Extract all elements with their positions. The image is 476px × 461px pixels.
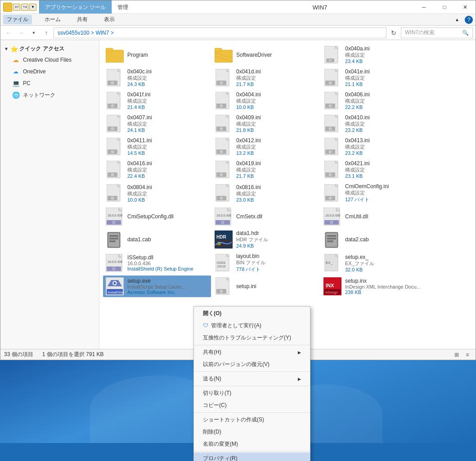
file-item-program[interactable]: Program [103,44,211,66]
file-size: 21.8 KB [236,127,317,133]
file-item-setup-exe[interactable]: InstallShield setup.exe InstallScript Se… [103,276,211,297]
up-button[interactable]: ↑ [41,27,52,38]
sidebar-item-network[interactable]: 🌐 ネットワーク [0,89,99,101]
file-item-0x0416-ini[interactable]: 0x0416.ini 構成設定 22.4 KB [103,158,211,181]
ctx-send-to[interactable]: 送る(N) [194,373,310,385]
file-item-data2-cab[interactable]: data2.cab [321,228,429,250]
sidebar-item-onedrive[interactable]: ☁ OneDrive [0,66,99,77]
file-size: 23.0 KB [236,197,317,203]
file-item-040a[interactable]: 0x040a.ini 構成設定 23.4 KB [321,44,429,66]
file-item-setup-ini[interactable]: setup.ini [212,276,320,297]
svg-point-130 [112,174,113,175]
file-item-layout-bin[interactable]: 01001 10110 layout.bin BIN ファイル 778 バイト [212,251,320,275]
path-segment-1[interactable]: ssv0455v100 > WIN7 > [58,30,114,36]
ctx-sep-5 [194,451,310,452]
ctx-create-shortcut[interactable]: ショートカットの作成(S) [194,414,310,426]
file-item-0x041e-ini[interactable]: 0x041e.ini 構成設定 21.1 KB [321,67,429,89]
ctx-properties[interactable]: プロパティ(R) [194,452,310,461]
file-name: 0x0421.ini [345,160,426,167]
ctx-cut[interactable]: 切り取り(T) [194,387,310,399]
sidebar-item-label-onedrive: OneDrive [23,68,46,75]
file-name: 0x0409.ini [236,114,317,121]
file-info: CmUtil.dll [345,213,426,220]
file-info: 0x0411.ini 構成設定 14.5 KB [127,137,208,156]
grid-view-btn[interactable]: ⊞ [452,350,461,359]
quick-access-header[interactable]: ▼ ⭐ クイック アクセス [0,44,99,54]
ctx-share[interactable]: 共有(H) [194,346,310,358]
svg-rect-200 [109,235,118,237]
file-icon [106,138,124,156]
file-meta: 構成設定 [127,190,208,197]
file-item-0x040c-ini[interactable]: 0x040c.ini 構成設定 24.3 KB [103,67,211,89]
file-item-0x0406-ini[interactable]: 0x0406.ini 構成設定 22.2 KB [321,90,429,112]
file-item-softwaredriver[interactable]: SoftwareDriver [212,44,320,66]
ribbon-view-tab[interactable]: 表示 [100,15,118,24]
file-info: 0x0404.ini 構成設定 10.0 KB [236,91,317,110]
file-item-0x0421-ini[interactable]: 0x0421.ini 構成設定 23.1 KB [321,158,429,181]
file-item-0x041f-ini[interactable]: 0x041f.ini 構成設定 21.4 KB [103,90,211,112]
file-item-setup-inx[interactable]: INX InDesign setup.inx InDesign XML Inte… [321,276,429,297]
back-button[interactable]: ← [3,27,14,38]
tab-app-tools[interactable]: アプリケーション ツール [39,0,112,14]
folder-icon-btn[interactable] [3,3,12,12]
file-icon [323,115,341,133]
ctx-open[interactable]: 開く(O) [194,307,310,320]
ctx-compat-trouble[interactable]: 互換性のトラブルシューティング(Y) [194,332,310,344]
file-meta: HDR ファイル [236,236,317,243]
file-item-0x0409-ini[interactable]: 0x0409.ini 構成設定 21.8 KB [212,113,320,135]
minimize-button[interactable]: ─ [413,0,434,14]
file-info: 0x040c.ini 構成設定 24.3 KB [127,68,208,87]
qat-dropdown-btn[interactable]: ▼ [29,4,36,11]
file-item-0x0804-ini[interactable]: 0x0804.ini 構成設定 10.0 KB [103,181,211,205]
file-item-issetup-dll[interactable]: 16.0.0.436 ISSetup.dll 16.0.0.436 Instal… [103,251,211,275]
file-item-data1-hdr[interactable]: HDR data1.hdr HDR ファイル 24.9 KB [212,228,320,250]
ctx-delete[interactable]: 削除(D) [194,426,310,438]
file-item-cmisetupconfig-dll[interactable]: 16.0.0.436 CmiSetupConfig.dll [103,206,211,227]
tab-manage[interactable]: 管理 [112,0,134,14]
file-item-cmioemconfig-ini[interactable]: CmiOemConfig.ini 構成設定 127 バイト [321,181,429,205]
sidebar-item-creative-cloud[interactable]: ☁ Creative Cloud Files [0,54,99,66]
ribbon-expand-btn[interactable]: ▲ [451,16,463,23]
file-icon [106,92,124,110]
file-item-0x0413-ini[interactable]: 0x0413.ini 構成設定 23.2 KB [321,136,429,158]
file-meta: 構成設定 [345,98,426,104]
file-item-0x0407-ini[interactable]: 0x0407.ini 構成設定 24.1 KB [103,113,211,135]
svg-point-94 [330,128,331,129]
forward-button[interactable]: → [16,27,27,38]
file-item-0x0419-ini[interactable]: 0x0419.ini 構成設定 21.7 KB [212,158,320,181]
file-icon: 16.0.0.436 [106,254,124,272]
file-item-0x0404-ini[interactable]: 0x0404.ini 構成設定 10.0 KB [212,90,320,112]
file-item-data1-cab[interactable]: data1.cab [103,228,211,250]
ctx-prev-version[interactable]: 以前のバージョンの復元(V) [194,358,310,371]
file-item-0x0411-ini[interactable]: 0x0411.ini 構成設定 14.5 KB [103,136,211,158]
close-button[interactable]: ✕ [455,0,476,14]
ctx-copy[interactable]: コピー(C) [194,399,310,411]
file-size: 23.2 KB [345,127,426,133]
ctx-run-as-admin[interactable]: 🛡管理者として実行(A) [194,320,310,332]
file-item-0x0816-ini[interactable]: 0x0816.ini 構成設定 23.0 KB [212,181,320,205]
file-item-setup-ex-[interactable]: EX_ setup.ex_ EX_ファイル 32.0 KB [321,251,429,275]
file-item-cmsetx-dll[interactable]: 16.0.0.436 CmSetx.dll [212,206,320,227]
refresh-button[interactable]: ↻ [388,27,399,38]
address-path-display[interactable]: ssv0455v100 > WIN7 > [54,27,386,38]
list-view-btn[interactable]: ≡ [463,350,472,359]
search-box[interactable]: WIN7の検索 🔍 [401,27,473,38]
svg-point-121 [330,151,331,152]
file-size: 22.2 KB [345,104,426,110]
file-name: setup.ini [236,283,317,289]
qat-undo-btn[interactable]: ↩ [13,4,20,11]
file-item-cmutil-dll[interactable]: 16.0.0.436 CmUtil.dll [321,206,429,227]
ribbon-help-btn[interactable]: ? [465,16,473,24]
qat-redo-btn[interactable]: ↪ [21,4,28,11]
recent-locations-button[interactable]: ▼ [28,27,39,38]
ribbon-share-tab[interactable]: 共有 [73,15,91,24]
file-item-0x0410-ini[interactable]: 0x0410.ini 構成設定 23.2 KB [321,113,429,135]
file-item-0x0412-ini[interactable]: 0x0412.ini 構成設定 13.2 KB [212,136,320,158]
ctx-rename[interactable]: 名前の変更(M) [194,438,310,450]
ribbon-file-tab[interactable]: ファイル [3,15,32,24]
svg-point-148 [330,174,331,175]
file-item-0x041d-ini[interactable]: 0x041d.ini 構成設定 21.7 KB [212,67,320,89]
maximize-button[interactable]: □ [434,0,455,14]
sidebar-item-pc[interactable]: 💻 PC [0,77,99,89]
ribbon-home-tab[interactable]: ホーム [41,15,64,24]
